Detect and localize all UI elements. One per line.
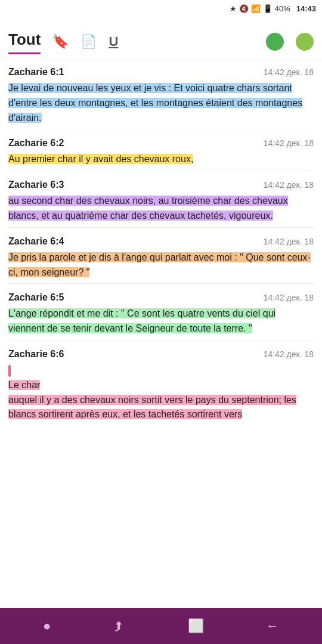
top-nav: Tout 🔖 📄 U	[0, 17, 322, 58]
verse-block: Zacharie 6:1 14:42 дек. 18 Je levai de n…	[8, 58, 314, 129]
highlighted-text: Je levai de nouveau les yeux et je vis :…	[8, 83, 302, 123]
back-icon[interactable]: ←	[266, 618, 279, 634]
status-bar: ★ 🔇 📶 📱 40% 14:43	[0, 0, 322, 17]
wifi-icon: 📶	[251, 4, 261, 13]
time-text: 14:43	[296, 4, 316, 13]
verse-text[interactable]: L'ange répondit et me dit : " Ce sont le…	[8, 306, 314, 336]
home-dot-icon[interactable]: ●	[43, 618, 51, 634]
content-area: Zacharie 6:1 14:42 дек. 18 Je levai de n…	[0, 58, 322, 470]
bluetooth-icon: ★	[230, 4, 237, 13]
signal-icon: 📱	[263, 4, 273, 13]
verse-time: 14:42 дек. 18	[264, 138, 314, 148]
verse-block: Zacharie 6:3 14:42 дек. 18 au second cha…	[8, 171, 314, 228]
status-icons: ★ 🔇 📶 📱 40% 14:43	[230, 4, 316, 13]
highlighted-text: Je pris la parole et je dis à l'ange qui…	[8, 252, 311, 277]
verse-block: Zacharie 6:2 14:42 дек. 18 Au premier ch…	[8, 129, 314, 171]
verse-header: Zacharie 6:5 14:42 дек. 18	[8, 292, 314, 303]
dot-green-dark[interactable]	[266, 33, 284, 51]
verse-ref: Zacharie 6:3	[8, 179, 64, 190]
square-icon[interactable]: ⬜	[188, 618, 204, 634]
mute-icon: 🔇	[239, 4, 249, 13]
verse-text[interactable]: Au premier char il y avait des chevaux r…	[8, 152, 314, 167]
verse-header: Zacharie 6:4 14:42 дек. 18	[8, 236, 314, 247]
verse-block: Zacharie 6:6 14:42 дек. 18 Le char auque…	[8, 340, 314, 470]
verse-header: Zacharie 6:3 14:42 дек. 18	[8, 179, 314, 190]
verse-text[interactable]: Le char auquel il y a des chevaux noirs …	[8, 363, 314, 422]
highlighted-partial-bar	[8, 365, 11, 377]
verse-time: 14:42 дек. 18	[264, 67, 314, 77]
verse-ref: Zacharie 6:1	[8, 67, 64, 78]
verse-ref: Zacharie 6:5	[8, 292, 64, 303]
highlighted-text: Le char	[8, 380, 40, 390]
verse-text[interactable]: au second char des chevaux noirs, au tro…	[8, 194, 314, 224]
highlighted-text: auquel il y a des chevaux noirs sortit v…	[8, 395, 296, 420]
verse-header: Zacharie 6:1 14:42 дек. 18	[8, 67, 314, 78]
highlighted-text: L'ange répondit et me dit : " Ce sont le…	[8, 308, 275, 333]
battery-text: 40%	[275, 4, 290, 13]
tab-tout[interactable]: Tout	[8, 30, 41, 54]
verse-ref: Zacharie 6:4	[8, 236, 64, 247]
highlighted-text: Au premier char il y avait des chevaux r…	[8, 154, 193, 164]
verse-header: Zacharie 6:2 14:42 дек. 18	[8, 138, 314, 148]
verse-time: 14:42 дек. 18	[264, 349, 314, 359]
verse-time: 14:42 дек. 18	[264, 293, 314, 302]
verse-text[interactable]: Je levai de nouveau les yeux et je vis :…	[8, 81, 314, 125]
dot-green-light[interactable]	[296, 33, 314, 51]
verse-ref: Zacharie 6:6	[8, 349, 64, 360]
verse-block: Zacharie 6:5 14:42 дек. 18 L'ange répond…	[8, 284, 314, 340]
verse-time: 14:42 дек. 18	[264, 180, 314, 190]
verse-block: Zacharie 6:4 14:42 дек. 18 Je pris la pa…	[8, 228, 314, 284]
file-icon[interactable]: 📄	[80, 34, 97, 54]
highlighted-text: au second char des chevaux noirs, au tro…	[8, 196, 288, 221]
underline-icon[interactable]: U	[109, 34, 118, 54]
bottom-nav: ● ⮭ ⬜ ←	[0, 608, 322, 644]
verse-time: 14:42 дек. 18	[264, 237, 314, 246]
verse-header: Zacharie 6:6 14:42 дек. 18	[8, 349, 314, 360]
verse-ref: Zacharie 6:2	[8, 138, 64, 148]
verse-text[interactable]: Je pris la parole et je dis à l'ange qui…	[8, 250, 314, 280]
bookmark-icon[interactable]: 🔖	[52, 34, 69, 54]
reply-icon[interactable]: ⮭	[113, 618, 126, 634]
